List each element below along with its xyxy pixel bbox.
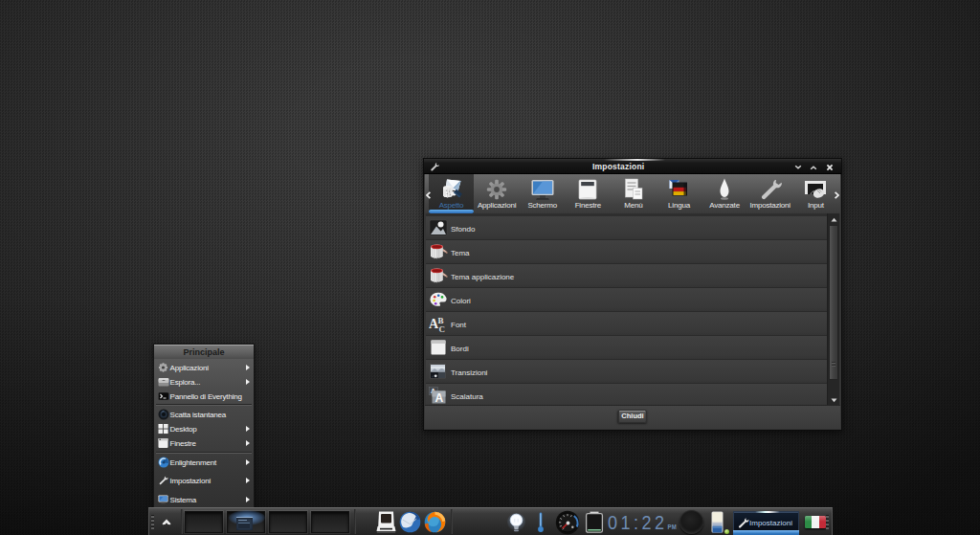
svg-text:C: C <box>439 324 446 334</box>
svg-text:A: A <box>435 391 444 405</box>
